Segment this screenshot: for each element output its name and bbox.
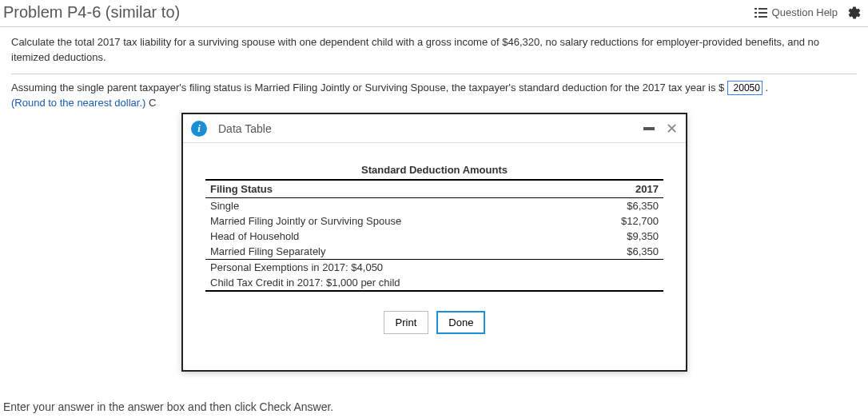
table-title: Standard Deduction Amounts bbox=[205, 161, 663, 180]
info-icon: i bbox=[191, 121, 207, 137]
modal-controls: ✕ bbox=[643, 120, 678, 137]
modal-header: i Data Table ✕ bbox=[183, 114, 686, 143]
question-help-label: Question Help bbox=[772, 6, 838, 18]
list-icon bbox=[755, 7, 767, 18]
question-line: Assuming the single parent taxpayer's fi… bbox=[11, 81, 857, 96]
gear-icon[interactable] bbox=[847, 6, 862, 20]
modal-footer: Print Done bbox=[183, 300, 686, 345]
print-button[interactable]: Print bbox=[384, 311, 429, 334]
col-year: 2017 bbox=[576, 180, 663, 198]
round-note: (Round to the nearest dollar.) bbox=[11, 97, 145, 109]
divider bbox=[11, 74, 857, 74]
row-value: $6,350 bbox=[576, 198, 663, 214]
header-actions: Question Help bbox=[755, 6, 862, 20]
row-value: $6,350 bbox=[576, 244, 663, 260]
table-title-row: Standard Deduction Amounts bbox=[205, 161, 663, 180]
problem-header: Problem P4-6 (similar to) Question Help bbox=[0, 0, 868, 27]
row-label: Married Filing Jointly or Surviving Spou… bbox=[205, 213, 576, 229]
deduction-input[interactable] bbox=[727, 81, 762, 95]
question-help-button[interactable]: Question Help bbox=[755, 6, 838, 18]
modal-title: Data Table bbox=[218, 122, 272, 135]
row-value: $12,700 bbox=[576, 213, 663, 229]
problem-title: Problem P4-6 (similar to) bbox=[3, 3, 180, 22]
table-row: Head of Household $9,350 bbox=[205, 229, 663, 244]
modal-body: Standard Deduction Amounts Filing Status… bbox=[183, 143, 686, 300]
note-exemptions: Personal Exemptions in 2017: $4,050 bbox=[205, 260, 663, 276]
question-prefix: Assuming the single parent taxpayer's fi… bbox=[11, 82, 724, 94]
problem-statement: Calculate the total 2017 tax liability f… bbox=[11, 35, 857, 66]
note-child-credit: Child Tax Credit in 2017: $1,000 per chi… bbox=[205, 275, 663, 291]
svg-rect-4 bbox=[755, 16, 757, 18]
table-row: Married Filing Separately $6,350 bbox=[205, 244, 663, 260]
close-icon[interactable]: ✕ bbox=[666, 120, 678, 137]
row-value: $9,350 bbox=[576, 229, 663, 244]
row-label: Head of Household bbox=[205, 229, 576, 244]
row-label: Married Filing Separately bbox=[205, 244, 576, 260]
question-suffix: . bbox=[766, 82, 769, 94]
footer-instruction: Enter your answer in the answer box and … bbox=[3, 400, 333, 413]
table-row: Single $6,350 bbox=[205, 198, 663, 214]
done-button[interactable]: Done bbox=[436, 311, 485, 334]
svg-rect-2 bbox=[755, 12, 757, 14]
svg-rect-5 bbox=[759, 16, 767, 18]
svg-rect-0 bbox=[755, 8, 757, 10]
problem-body: Calculate the total 2017 tax liability f… bbox=[0, 27, 868, 118]
deduction-table: Standard Deduction Amounts Filing Status… bbox=[205, 161, 663, 292]
svg-rect-1 bbox=[759, 8, 767, 10]
data-table-modal: i Data Table ✕ Standard Deduction Amount… bbox=[181, 113, 687, 372]
row-label: Single bbox=[205, 198, 576, 214]
table-note-row: Child Tax Credit in 2017: $1,000 per chi… bbox=[205, 275, 663, 291]
svg-rect-3 bbox=[759, 12, 767, 14]
minimize-icon[interactable] bbox=[643, 127, 655, 130]
col-filing-status: Filing Status bbox=[205, 180, 576, 198]
round-line: (Round to the nearest dollar.) C bbox=[11, 96, 857, 111]
trailing-char: C bbox=[149, 97, 156, 109]
table-row: Married Filing Jointly or Surviving Spou… bbox=[205, 213, 663, 229]
table-note-row: Personal Exemptions in 2017: $4,050 bbox=[205, 260, 663, 276]
table-header-row: Filing Status 2017 bbox=[205, 180, 663, 198]
